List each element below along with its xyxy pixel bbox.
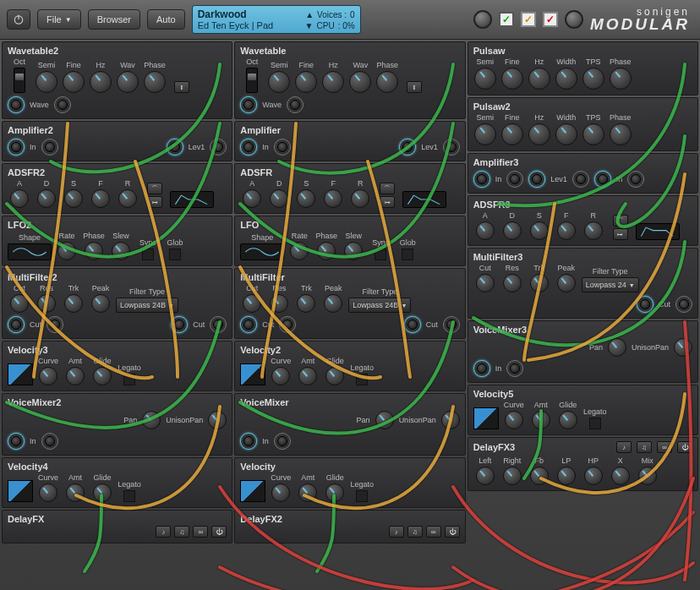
- glob-toggle[interactable]: [402, 249, 413, 260]
- res-knob[interactable]: [503, 274, 522, 292]
- jack-in2[interactable]: [506, 171, 523, 188]
- glide-knob[interactable]: [325, 483, 344, 502]
- semi-knob[interactable]: [268, 71, 290, 93]
- trk-knob[interactable]: [64, 294, 83, 313]
- jack-lev[interactable]: [528, 171, 545, 188]
- file-menu[interactable]: File▼: [37, 9, 81, 30]
- graph-icon[interactable]: ⫿: [407, 81, 422, 93]
- jack-cut1[interactable]: [8, 316, 25, 333]
- lfo-shape[interactable]: [8, 243, 52, 260]
- d-knob[interactable]: [37, 189, 56, 208]
- velocity-curve[interactable]: [240, 363, 265, 385]
- checkbox-3[interactable]: ✓: [543, 12, 558, 27]
- width-knob[interactable]: [555, 123, 577, 145]
- peak-knob[interactable]: [324, 294, 342, 313]
- oct-slider[interactable]: [246, 68, 258, 93]
- cut-knob[interactable]: [10, 294, 29, 313]
- jack-out[interactable]: [8, 96, 25, 113]
- f-knob[interactable]: [324, 189, 342, 208]
- jack-cut3[interactable]: [404, 316, 421, 333]
- f-knob[interactable]: [91, 189, 110, 208]
- jack-lev[interactable]: [167, 139, 183, 156]
- wav-knob[interactable]: [349, 71, 371, 93]
- amt-knob[interactable]: [66, 483, 85, 502]
- hz-knob[interactable]: [322, 71, 344, 93]
- sync-toggle[interactable]: [375, 249, 386, 260]
- r-knob[interactable]: [118, 189, 137, 208]
- power-icon[interactable]: ⏻: [445, 526, 460, 538]
- jack-in[interactable]: [8, 139, 25, 156]
- jack-lev[interactable]: [399, 139, 416, 156]
- x-knob[interactable]: [611, 467, 630, 485]
- sync-icon[interactable]: ♪: [389, 526, 404, 538]
- wav-knob[interactable]: [117, 71, 139, 93]
- lp-knob[interactable]: [557, 467, 576, 485]
- power-icon[interactable]: ⏻: [677, 441, 692, 453]
- checkbox-2[interactable]: ✓: [521, 12, 536, 27]
- cut-knob[interactable]: [243, 294, 261, 313]
- pan-knob[interactable]: [375, 411, 394, 429]
- browser-button[interactable]: Browser: [88, 9, 140, 30]
- jack-in[interactable]: [8, 433, 25, 450]
- env-mode-1[interactable]: ⌒: [380, 183, 395, 194]
- power-icon[interactable]: ⏻: [211, 526, 227, 538]
- link-icon[interactable]: ∞: [657, 441, 672, 453]
- amt-knob[interactable]: [532, 411, 550, 429]
- peak-knob[interactable]: [91, 294, 110, 313]
- trk-knob[interactable]: [530, 274, 549, 292]
- phase-knob[interactable]: [610, 68, 632, 90]
- link-icon[interactable]: ∞: [426, 526, 441, 538]
- glide-knob[interactable]: [325, 367, 344, 385]
- fine-knob[interactable]: [63, 71, 85, 93]
- hz-knob[interactable]: [528, 123, 550, 145]
- env-mode-1[interactable]: ⌒: [613, 215, 628, 227]
- fine-knob[interactable]: [501, 68, 523, 90]
- volume-knob[interactable]: [473, 10, 492, 29]
- hz-knob[interactable]: [528, 68, 550, 90]
- semi-knob[interactable]: [36, 71, 57, 93]
- jack-wave[interactable]: [54, 96, 71, 113]
- legato-toggle[interactable]: [356, 490, 368, 502]
- res-knob[interactable]: [270, 294, 288, 313]
- jack-cut2[interactable]: [279, 316, 296, 333]
- left-knob[interactable]: [476, 467, 495, 485]
- sync-icon[interactable]: ♪: [156, 526, 171, 538]
- glide-knob[interactable]: [93, 483, 112, 502]
- width-knob[interactable]: [555, 68, 577, 90]
- legato-toggle[interactable]: [589, 418, 601, 429]
- note-icon[interactable]: ♫: [174, 526, 189, 538]
- fine-knob[interactable]: [501, 123, 523, 145]
- jack-in[interactable]: [240, 139, 257, 156]
- jack-lev2[interactable]: [572, 171, 589, 188]
- unisonpan-knob[interactable]: [674, 338, 692, 357]
- semi-knob[interactable]: [474, 123, 496, 145]
- hp-knob[interactable]: [584, 467, 603, 485]
- curve-knob[interactable]: [271, 483, 290, 502]
- phase-knob[interactable]: [610, 123, 632, 145]
- jack-in2[interactable]: [274, 139, 291, 156]
- slew-knob[interactable]: [344, 242, 363, 260]
- jack-in[interactable]: [240, 433, 257, 450]
- jack-cut1[interactable]: [240, 316, 257, 333]
- velocity-curve[interactable]: [240, 480, 265, 502]
- unisonpan-knob[interactable]: [208, 411, 227, 429]
- a-knob[interactable]: [243, 189, 261, 208]
- jack-in2[interactable]: [506, 360, 523, 377]
- preset-display[interactable]: Darkwood ▲Voices :0 Ed Ten Eyck | Pad ▼C…: [192, 5, 361, 34]
- tps-knob[interactable]: [582, 68, 604, 90]
- pan-knob[interactable]: [608, 338, 626, 357]
- jack-in2[interactable]: [274, 433, 291, 450]
- curve-knob[interactable]: [39, 367, 57, 385]
- link-icon[interactable]: ∞: [193, 526, 208, 538]
- env-mode-2[interactable]: ↦: [147, 196, 162, 208]
- filter-type-select[interactable]: Lowpass 24B▼: [116, 298, 178, 313]
- rate-knob[interactable]: [290, 242, 309, 260]
- legato-toggle[interactable]: [123, 374, 135, 385]
- jack-cut2[interactable]: [46, 316, 63, 333]
- legato-toggle[interactable]: [356, 374, 368, 385]
- pan-knob[interactable]: [142, 411, 161, 429]
- auto-button[interactable]: Auto: [147, 9, 185, 30]
- checkbox-1[interactable]: ✓: [499, 12, 514, 27]
- amt-knob[interactable]: [298, 367, 317, 385]
- env-mode-2[interactable]: ↦: [380, 196, 395, 208]
